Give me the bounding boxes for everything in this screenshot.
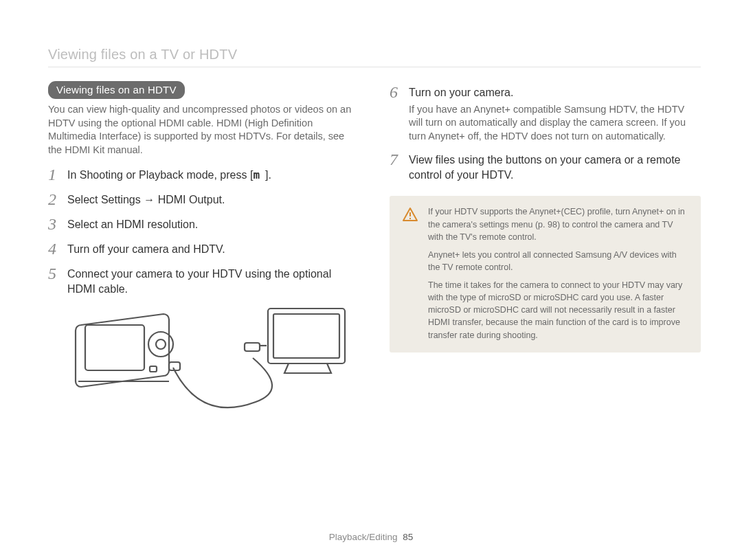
step-number: 3: [48, 216, 59, 232]
document-page: Viewing files on a TV or HDTV Viewing fi…: [0, 0, 742, 560]
svg-rect-5: [150, 366, 157, 372]
section-pill: Viewing files on an HDTV: [48, 81, 185, 99]
step-text: In Shooting or Playback mode, press [m].: [67, 166, 271, 183]
step-text: Select Settings → HDMI Output.: [67, 191, 225, 208]
svg-point-4: [156, 339, 166, 349]
step-text: Connect your camera to your HDTV using t…: [67, 265, 359, 296]
divider: [48, 67, 701, 67]
connection-diagram-icon: [69, 304, 350, 435]
step-number: 5: [48, 265, 59, 282]
note-box: If your HDTV supports the Anynet+(CEC) p…: [390, 196, 701, 352]
step-3: 3 Select an HDMI resolution.: [48, 216, 359, 232]
note-text: If your HDTV supports the Anynet+(CEC) p…: [428, 205, 688, 341]
page-footer: Playback/Editing 85: [0, 532, 742, 542]
step-7: 7 View files using the buttons on your c…: [390, 151, 701, 182]
step-number: 1: [48, 166, 59, 183]
svg-rect-9: [409, 218, 411, 219]
step-text-bold: Settings → HDMI Output: [101, 194, 222, 205]
step-text-post: ].: [265, 169, 271, 181]
step-text-post: .: [222, 194, 225, 205]
step-text: Select an HDMI resolution.: [67, 216, 198, 232]
step-6: 6 Turn on your camera. If you have an An…: [390, 84, 701, 143]
svg-rect-7: [245, 343, 260, 351]
svg-rect-1: [273, 314, 339, 358]
step-text: View files using the buttons on your cam…: [409, 151, 701, 182]
step-text: Turn off your camera and HDTV.: [67, 240, 225, 257]
footer-page-number: 85: [403, 532, 413, 542]
step-text-pre: In Shooting or Playback mode, press [: [67, 169, 253, 181]
steps-left: 1 In Shooting or Playback mode, press [m…: [48, 166, 359, 296]
warning-icon: [402, 207, 418, 341]
step-number: 7: [390, 151, 401, 168]
topic-title: Viewing files on a TV or HDTV: [48, 47, 701, 63]
step-1: 1 In Shooting or Playback mode, press [m…: [48, 166, 359, 183]
step-number: 6: [390, 84, 401, 100]
step-4: 4 Turn off your camera and HDTV.: [48, 240, 359, 257]
camera-to-tv-illustration: [69, 304, 359, 438]
step-main: Turn on your camera.: [409, 87, 513, 98]
content-columns: Viewing files on an HDTV You can view hi…: [48, 81, 701, 438]
step-number: 2: [48, 191, 59, 208]
svg-rect-2: [85, 325, 144, 370]
left-column: Viewing files on an HDTV You can view hi…: [48, 81, 359, 438]
note-paragraph: If your HDTV supports the Anynet+(CEC) p…: [428, 205, 688, 243]
note-paragraph: The time it takes for the camera to conn…: [428, 279, 688, 341]
step-subtext: If you have an Anynet+ compatible Samsun…: [409, 103, 701, 144]
step-5: 5 Connect your camera to your HDTV using…: [48, 265, 359, 296]
step-2: 2 Select Settings → HDMI Output.: [48, 191, 359, 208]
step-text: Turn on your camera. If you have an Anyn…: [409, 84, 701, 143]
footer-section: Playback/Editing: [329, 532, 398, 542]
step-number: 4: [48, 240, 59, 257]
intro-text: You can view high-quality and uncompress…: [48, 103, 359, 157]
step-text-pre: Select: [67, 194, 101, 205]
svg-rect-8: [409, 212, 411, 216]
menu-key-icon: m: [253, 168, 265, 181]
svg-rect-0: [268, 309, 345, 363]
note-paragraph: Anynet+ lets you control all connected S…: [428, 249, 688, 273]
right-column: 6 Turn on your camera. If you have an An…: [390, 81, 701, 438]
